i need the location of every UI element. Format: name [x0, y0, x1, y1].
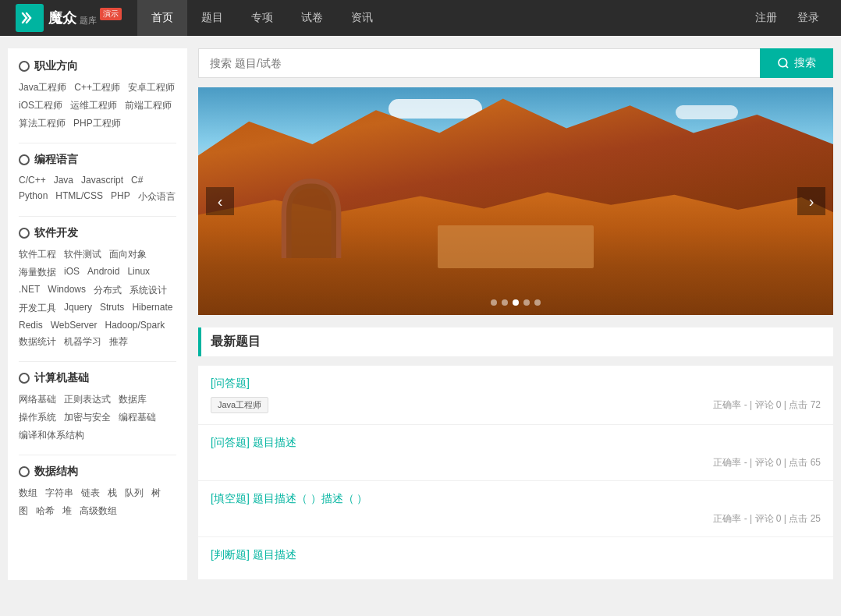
question-link-2[interactable]: [问答题] 题目描述 — [211, 436, 821, 450]
sidebar-link-progbasic[interactable]: 编程基础 — [119, 411, 156, 424]
question-item-3: [填空题] 题目描述（ ）描述（ ） 正确率 - | 评论 0 | 点击 25 — [198, 481, 833, 537]
carousel-dot-5[interactable] — [534, 299, 541, 306]
carousel-dot-1[interactable] — [491, 299, 497, 306]
sidebar-link-software-test[interactable]: 软件测试 — [64, 248, 101, 261]
sidebar-link-heap[interactable]: 堆 — [62, 504, 72, 518]
question-stats-2: 正确率 - | 评论 0 | 点击 65 — [713, 456, 821, 469]
logo-icon — [16, 4, 44, 32]
sidebar-link-cpp-eng[interactable]: C++工程师 — [74, 81, 120, 94]
circle-icon-3 — [19, 228, 30, 239]
nav-home[interactable]: 首页 — [137, 0, 187, 36]
sidebar-link-oop[interactable]: 面向对象 — [109, 248, 147, 261]
sidebar-link-c[interactable]: C/C++ — [19, 175, 46, 186]
sidebar-link-android[interactable]: Android — [87, 266, 119, 279]
question-tag-java[interactable]: Java工程师 — [211, 397, 268, 413]
sidebar-career-links: Java工程师 C++工程师 安卓工程师 iOS工程师 运维工程师 前端工程师 … — [19, 81, 176, 130]
sidebar-link-python[interactable]: Python — [19, 190, 48, 204]
sidebar-link-dotnet[interactable]: .NET — [19, 284, 40, 297]
sidebar-link-struts[interactable]: Struts — [100, 302, 124, 315]
sidebar-link-network[interactable]: 网络基础 — [19, 393, 56, 406]
sidebar-link-compile[interactable]: 编译和体系结构 — [19, 429, 84, 442]
nav-news[interactable]: 资讯 — [337, 0, 387, 36]
header-right: 注册 登录 — [749, 8, 825, 28]
sidebar-link-ios-dev[interactable]: iOS — [64, 266, 80, 279]
carousel-dot-2[interactable] — [502, 299, 508, 306]
nav-exam[interactable]: 试卷 — [287, 0, 337, 36]
sidebar-link-php[interactable]: PHP — [111, 190, 130, 204]
sidebar-ds-links: 数组 字符串 链表 栈 队列 树 图 哈希 堆 高级数组 — [19, 487, 176, 518]
sidebar-section-ds: 数据结构 — [19, 465, 176, 479]
question-list: [问答题] Java工程师 正确率 - | 评论 0 | 点击 72 [问答题]… — [198, 366, 833, 580]
divider-3 — [19, 361, 176, 362]
sidebar-link-regex[interactable]: 正则表达式 — [64, 393, 111, 406]
register-button[interactable]: 注册 — [749, 8, 783, 28]
svg-point-0 — [779, 58, 787, 67]
question-link-1[interactable]: [问答题] — [211, 377, 821, 391]
sidebar-link-tree[interactable]: 树 — [151, 487, 161, 500]
circle-icon-5 — [19, 466, 30, 477]
sidebar-link-algo-eng[interactable]: 算法工程师 — [19, 117, 66, 130]
svg-line-1 — [786, 65, 788, 68]
sidebar-career-title: 职业方向 — [34, 59, 78, 73]
sidebar-link-security[interactable]: 加密与安全 — [64, 411, 111, 424]
sidebar-link-java[interactable]: Java — [54, 175, 73, 186]
sidebar-link-array[interactable]: 数组 — [19, 487, 37, 500]
question-item-1: [问答题] Java工程师 正确率 - | 评论 0 | 点击 72 — [198, 366, 833, 425]
carousel-next-button[interactable]: › — [797, 187, 825, 215]
sidebar-link-hash[interactable]: 哈希 — [36, 504, 55, 518]
sidebar-link-string[interactable]: 字符串 — [45, 487, 73, 500]
sidebar-link-java-eng[interactable]: Java工程师 — [19, 81, 66, 94]
logo-area: 魔众 题库 演示 — [16, 4, 122, 32]
sidebar-link-html[interactable]: HTML/CSS — [55, 190, 103, 204]
search-button[interactable]: 搜索 — [760, 48, 833, 78]
sidebar-link-distributed[interactable]: 分布式 — [94, 284, 122, 297]
carousel-cloud1 — [389, 99, 482, 119]
nav-special[interactable]: 专项 — [237, 0, 287, 36]
sidebar-link-webserver[interactable]: WebServer — [51, 320, 98, 331]
sidebar-link-os[interactable]: 操作系统 — [19, 411, 56, 424]
carousel-dot-3[interactable] — [513, 299, 519, 306]
sidebar-link-queue[interactable]: 队列 — [125, 487, 144, 500]
circle-icon-2 — [19, 154, 30, 165]
sidebar-link-frontend-eng[interactable]: 前端工程师 — [125, 99, 172, 112]
sidebar-link-ios-eng[interactable]: iOS工程师 — [19, 99, 62, 112]
divider-4 — [19, 455, 176, 455]
logo-svg — [20, 9, 39, 27]
sidebar-link-ml[interactable]: 机器学习 — [64, 335, 101, 349]
sidebar-link-software-eng[interactable]: 软件工程 — [19, 248, 56, 261]
sidebar-link-stack[interactable]: 栈 — [108, 487, 117, 500]
sidebar-link-hibernate[interactable]: Hibernate — [132, 302, 172, 315]
sidebar-link-jquery[interactable]: Jquery — [64, 302, 92, 315]
demo-badge: 演示 — [100, 8, 122, 20]
sidebar-link-js[interactable]: Javascript — [81, 175, 123, 186]
question-stats-3: 正确率 - | 评论 0 | 点击 25 — [713, 512, 821, 526]
sidebar-link-graph[interactable]: 图 — [19, 504, 28, 518]
sidebar-link-bigdata[interactable]: 海量数据 — [19, 266, 56, 279]
sidebar-link-recommend[interactable]: 推荐 — [109, 335, 128, 349]
sidebar-link-devtools[interactable]: 开发工具 — [19, 302, 56, 315]
sidebar-link-hadoop[interactable]: Hadoop/Spark — [105, 320, 165, 331]
carousel-prev-button[interactable]: ‹ — [206, 187, 234, 215]
sidebar-link-php-eng[interactable]: PHP工程师 — [73, 117, 121, 130]
logo-text: 魔众 — [48, 9, 76, 27]
carousel-dot-4[interactable] — [523, 299, 530, 306]
sidebar-link-linux[interactable]: Linux — [127, 266, 150, 279]
sidebar-link-redis[interactable]: Redis — [19, 320, 43, 331]
sidebar-link-linkedlist[interactable]: 链表 — [81, 487, 100, 500]
main-nav: 首页 题目 专项 试卷 资讯 — [137, 0, 749, 36]
question-link-3[interactable]: [填空题] 题目描述（ ）描述（ ） — [211, 492, 821, 506]
sidebar-link-db[interactable]: 数据库 — [119, 393, 147, 406]
sidebar-link-advanced-array[interactable]: 高级数组 — [80, 504, 117, 518]
sidebar-link-csharp[interactable]: C# — [131, 175, 143, 186]
sidebar-link-minor[interactable]: 小众语言 — [138, 190, 176, 204]
divider-2 — [19, 216, 176, 217]
sidebar-link-ops-eng[interactable]: 运维工程师 — [70, 99, 117, 112]
question-link-4[interactable]: [判断题] 题目描述 — [211, 548, 821, 562]
sidebar-link-datastats[interactable]: 数据统计 — [19, 335, 56, 349]
sidebar-link-sysdesign[interactable]: 系统设计 — [130, 284, 167, 297]
sidebar-link-android-eng[interactable]: 安卓工程师 — [128, 81, 175, 94]
sidebar-link-windows[interactable]: Windows — [48, 284, 86, 297]
search-input[interactable] — [198, 48, 760, 78]
login-button[interactable]: 登录 — [791, 8, 825, 28]
nav-questions[interactable]: 题目 — [187, 0, 237, 36]
